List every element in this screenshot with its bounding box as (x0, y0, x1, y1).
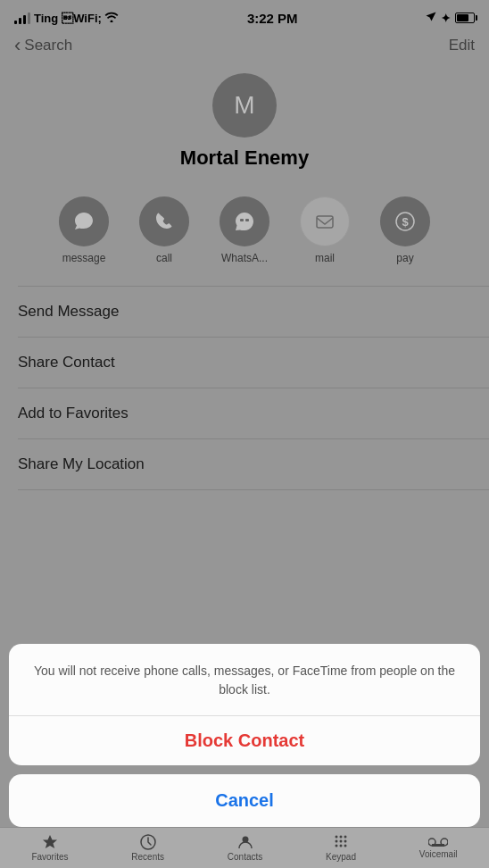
cancel-button[interactable]: Cancel (9, 774, 480, 827)
cancel-card: Cancel (9, 774, 480, 827)
alert-message: You will not receive phone calls, messag… (9, 644, 480, 716)
alert-container: You will not receive phone calls, messag… (9, 644, 480, 827)
alert-card: You will not receive phone calls, messag… (9, 644, 480, 765)
block-contact-button[interactable]: Block Contact (9, 716, 480, 765)
